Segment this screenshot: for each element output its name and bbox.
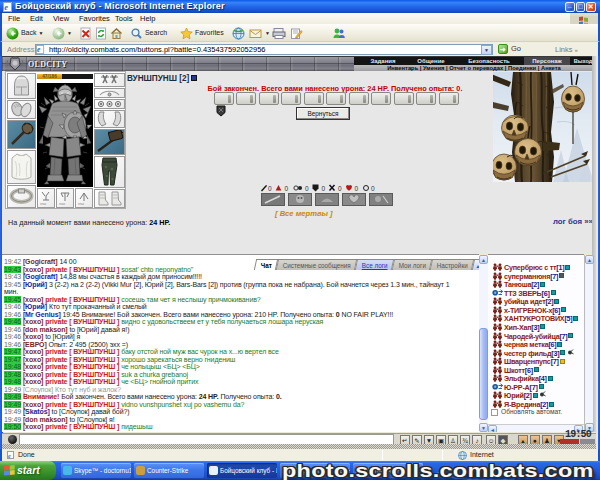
- svg-text:знак: знак: [78, 202, 85, 206]
- svg-text:0: 0: [285, 185, 289, 192]
- svg-text:e: e: [4, 2, 8, 12]
- svg-text:e: e: [8, 452, 11, 458]
- svg-text:знак: знак: [40, 202, 47, 206]
- svg-text:0: 0: [355, 185, 359, 192]
- svg-text:знак: знак: [59, 202, 66, 206]
- svg-text:0: 0: [305, 185, 309, 192]
- svg-text:0: 0: [322, 185, 326, 192]
- svg-text:0: 0: [338, 185, 342, 192]
- svg-text:0: 0: [268, 185, 272, 192]
- svg-text:0: 0: [371, 185, 375, 192]
